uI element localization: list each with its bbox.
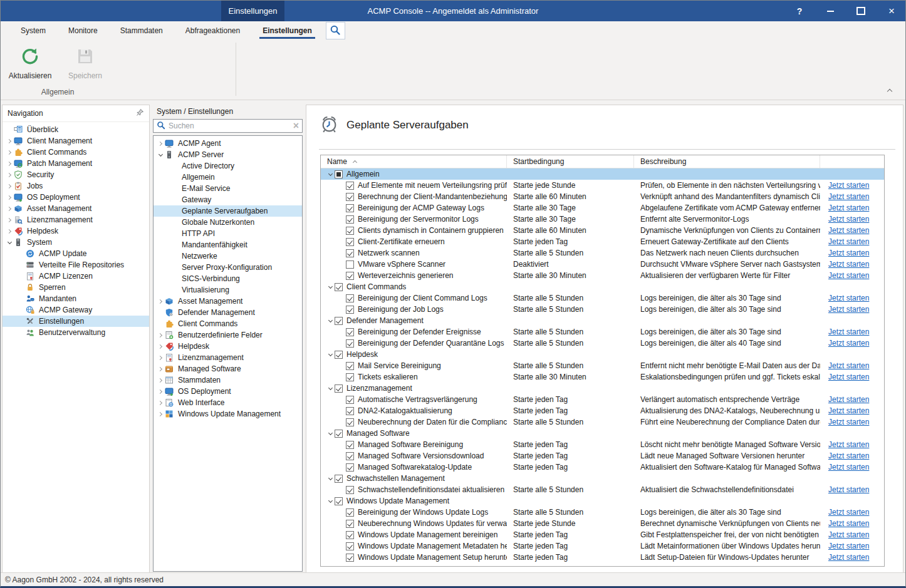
settings-tree-item-windows-update-management[interactable]: Windows Update Management bbox=[154, 408, 302, 420]
jetzt-starten-link[interactable]: Jetzt starten bbox=[828, 215, 869, 224]
settings-tree-item-os-deployment[interactable]: OS Deployment bbox=[154, 386, 302, 397]
task-row-auf-elemente-mit-neuem-verteilungsring-pr-fen[interactable]: Auf Elemente mit neuem Verteilungsring p… bbox=[321, 180, 884, 191]
search-button[interactable] bbox=[326, 22, 345, 39]
task-checkbox[interactable] bbox=[346, 407, 354, 415]
task-checkbox[interactable] bbox=[346, 182, 354, 190]
task-row-windows-update-management-bereinigen[interactable]: Windows Update Management bereinigenStar… bbox=[321, 529, 884, 540]
nav-item-acmp-update[interactable]: ACMP Update bbox=[3, 248, 149, 259]
task-row-tickets-eskalieren[interactable]: Tickets eskalierenStarte alle 30 Minuten… bbox=[321, 371, 884, 383]
chevron-down-icon[interactable] bbox=[326, 354, 335, 356]
jetzt-starten-link[interactable]: Jetzt starten bbox=[828, 406, 869, 415]
chevron-down-icon[interactable] bbox=[156, 154, 165, 156]
menu-item-stammdaten[interactable]: Stammdaten bbox=[109, 21, 174, 40]
chevron-down-icon[interactable] bbox=[326, 173, 335, 175]
task-row-vmware-vsphere-scanner[interactable]: VMware vSphere ScannerDeaktiviertDurchsu… bbox=[321, 259, 884, 270]
close-button[interactable]: × bbox=[887, 6, 897, 16]
minimize-button[interactable] bbox=[825, 6, 835, 16]
task-row-windows-update-management-setup-herunter[interactable]: Windows Update Management Setup herunter… bbox=[321, 552, 884, 563]
chevron-down-icon[interactable] bbox=[326, 433, 335, 435]
task-checkbox[interactable] bbox=[346, 452, 354, 460]
settings-tree-item-virtualisierung[interactable]: Virtualisierung bbox=[154, 284, 302, 296]
nav-item-security[interactable]: Security bbox=[3, 169, 149, 180]
jetzt-starten-link[interactable]: Jetzt starten bbox=[828, 328, 869, 336]
jetzt-starten-link[interactable]: Jetzt starten bbox=[828, 530, 869, 539]
settings-tree-item-lizenzmanagement[interactable]: Lizenzmanagement bbox=[154, 352, 302, 363]
chevron-down-icon[interactable] bbox=[326, 286, 335, 288]
task-group-row-helpdesk[interactable]: Helpdesk bbox=[321, 349, 884, 360]
chevron-right-icon[interactable] bbox=[5, 185, 14, 188]
group-checkbox[interactable] bbox=[335, 170, 343, 178]
group-checkbox[interactable] bbox=[335, 384, 343, 393]
nav-item-os-deployment[interactable]: OS Deployment bbox=[3, 192, 149, 203]
chevron-right-icon[interactable] bbox=[156, 356, 165, 359]
nav-item-client-management[interactable]: Client Management bbox=[3, 135, 149, 147]
chevron-right-icon[interactable] bbox=[156, 401, 165, 405]
chevron-right-icon[interactable] bbox=[156, 379, 165, 382]
jetzt-starten-link[interactable]: Jetzt starten bbox=[828, 519, 869, 528]
group-checkbox[interactable] bbox=[335, 351, 343, 359]
nav-item-jobs[interactable]: Jobs bbox=[3, 180, 149, 192]
pin-icon[interactable] bbox=[136, 108, 144, 118]
task-group-row-managed-software[interactable]: Managed Software bbox=[321, 428, 884, 439]
task-group-row-defender-management[interactable]: Defender Management bbox=[321, 315, 884, 326]
group-checkbox[interactable] bbox=[335, 283, 343, 291]
task-checkbox[interactable] bbox=[346, 554, 354, 562]
settings-tree-item-mandantenf-higkeit[interactable]: Mandantenfähigkeit bbox=[154, 239, 302, 250]
task-group-row-client-commands[interactable]: Client Commands bbox=[321, 281, 884, 292]
task-row-managed-software-versionsdownload[interactable]: Managed Software VersionsdownloadStarte … bbox=[321, 450, 884, 462]
nav-item-mandanten[interactable]: Mandanten bbox=[3, 293, 149, 304]
task-checkbox[interactable] bbox=[346, 193, 354, 201]
task-row-windows-update-management-metadaten-her[interactable]: Windows Update Management Metadaten her.… bbox=[321, 540, 884, 552]
jetzt-starten-link[interactable]: Jetzt starten bbox=[828, 249, 869, 257]
jetzt-starten-link[interactable]: Jetzt starten bbox=[828, 373, 869, 381]
settings-tree-item-globale-nutzerkonten[interactable]: Globale Nutzerkonten bbox=[154, 217, 302, 228]
settings-tree-item-acmp-server[interactable]: ACMP Server bbox=[154, 149, 302, 160]
task-row-managed-software-bereinigung[interactable]: Managed Software BereinigungStarte jeden… bbox=[321, 439, 884, 450]
task-row-bereinigung-der-client-command-logs[interactable]: Bereinigung der Client Command LogsStart… bbox=[321, 292, 884, 304]
task-checkbox[interactable] bbox=[346, 542, 354, 550]
task-checkbox[interactable] bbox=[346, 531, 354, 539]
task-checkbox[interactable] bbox=[346, 249, 354, 257]
task-checkbox[interactable] bbox=[346, 227, 354, 235]
chevron-right-icon[interactable] bbox=[156, 300, 165, 303]
column-header-name[interactable]: Name bbox=[321, 155, 507, 168]
chevron-down-icon[interactable] bbox=[326, 478, 335, 480]
task-row-neuberechnung-der-daten-f-r-die-compliance[interactable]: Neuberechnung der Daten für die Complian… bbox=[321, 416, 884, 428]
chevron-right-icon[interactable] bbox=[5, 173, 14, 177]
settings-tree-item-http-api[interactable]: HTTP API bbox=[154, 228, 302, 239]
task-checkbox[interactable] bbox=[346, 272, 354, 280]
task-row-dna2-katalogaktualisierung[interactable]: DNA2-KatalogaktualisierungStarte jeden T… bbox=[321, 405, 884, 416]
nav-item-asset-management[interactable]: Asset Management bbox=[3, 203, 149, 214]
nav-item-helpdesk[interactable]: Helpdesk bbox=[3, 225, 149, 237]
jetzt-starten-link[interactable]: Jetzt starten bbox=[828, 339, 869, 348]
chevron-right-icon[interactable] bbox=[156, 413, 165, 416]
task-checkbox[interactable] bbox=[346, 418, 354, 426]
group-checkbox[interactable] bbox=[335, 430, 343, 438]
chevron-right-icon[interactable] bbox=[156, 334, 165, 337]
settings-search-input[interactable]: Suchen × bbox=[153, 119, 303, 133]
task-row-netzwerk-scannen[interactable]: Netzwerk scannenStarte alle 5 StundenDas… bbox=[321, 247, 884, 259]
task-checkbox[interactable] bbox=[346, 215, 354, 224]
task-row-bereinigung-der-defender-quarant-ne-logs[interactable]: Bereinigung der Defender Quarantäne Logs… bbox=[321, 338, 884, 349]
task-row-bereinigung-der-windows-update-logs[interactable]: Bereinigung der Windows Update LogsStart… bbox=[321, 507, 884, 518]
nav-item-acmp-lizenzen[interactable]: ACMP Lizenzen bbox=[3, 271, 149, 282]
task-group-row-allgemein[interactable]: Allgemein bbox=[321, 168, 884, 180]
nav-item-berblick[interactable]: Überblick bbox=[3, 124, 149, 135]
task-group-row-schwachstellen-management[interactable]: Schwachstellen Management bbox=[321, 473, 884, 484]
chevron-down-icon[interactable] bbox=[5, 242, 14, 244]
jetzt-starten-link[interactable]: Jetzt starten bbox=[828, 260, 869, 269]
task-row-werteverzeichnis-generieren[interactable]: Werteverzeichnis generierenStarte alle 3… bbox=[321, 270, 884, 281]
jetzt-starten-link[interactable]: Jetzt starten bbox=[828, 361, 869, 370]
help-button[interactable]: ? bbox=[794, 6, 804, 16]
settings-tree-item-allgemein[interactable]: Allgemein bbox=[154, 172, 302, 183]
nav-item-verteilte-file-repositories[interactable]: Verteilte File Repositories bbox=[3, 259, 149, 271]
nav-item-sperren[interactable]: Sperren bbox=[3, 282, 149, 293]
task-checkbox[interactable] bbox=[346, 441, 354, 449]
task-checkbox[interactable] bbox=[346, 486, 354, 494]
chevron-right-icon[interactable] bbox=[156, 345, 165, 348]
chevron-right-icon[interactable] bbox=[5, 219, 14, 222]
task-row-bereinigung-der-acmp-gateway-logs[interactable]: Bereinigung der ACMP Gateway LogsStarte … bbox=[321, 202, 884, 214]
task-row-clients-dynamisch-in-containern-gruppieren[interactable]: Clients dynamisch in Containern gruppier… bbox=[321, 225, 884, 236]
chevron-right-icon[interactable] bbox=[5, 196, 14, 199]
settings-tree-item-geplante-serveraufgaben[interactable]: Geplante Serveraufgaben bbox=[154, 205, 302, 217]
